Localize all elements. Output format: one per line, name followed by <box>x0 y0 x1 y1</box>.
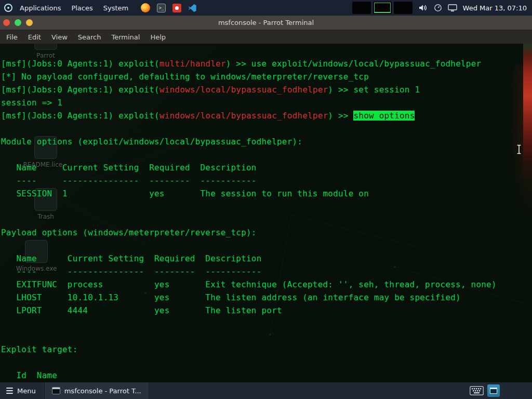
terminal-line: Id Name <box>1 369 532 382</box>
terminal-line: LHOST 10.10.1.13 yes The listen address … <box>1 291 532 304</box>
terminal-line <box>1 122 532 135</box>
terminal-line: [msf](Jobs:0 Agents:1) exploit(multi/han… <box>1 57 532 70</box>
taskbar: Menu msfconsole - Parrot T... <box>0 382 532 399</box>
terminal-window-icon <box>52 387 60 394</box>
launcher-icons: >_ <box>141 3 197 12</box>
terminal-line: ---- --------------- -------- ----------… <box>1 265 532 278</box>
taskbar-menu-label: Menu <box>17 387 36 395</box>
terminal-line: EXITFUNC process yes Exit technique (Acc… <box>1 278 532 291</box>
screenshot-icon[interactable] <box>172 4 181 12</box>
parrot-logo-icon <box>4 4 12 12</box>
workspace-switcher[interactable] <box>352 2 413 14</box>
terminal-line: [msf](Jobs:0 Agents:1) exploit(windows/l… <box>1 109 532 122</box>
window-titlebar[interactable]: msfconsole - Parrot Terminal <box>0 16 532 30</box>
keyboard-tray-icon[interactable] <box>470 386 484 395</box>
system-tray <box>470 384 500 397</box>
terminal-output[interactable]: [msf](Jobs:0 Agents:1) exploit(multi/han… <box>1 57 532 382</box>
terminal-line: Exploit target: <box>1 343 532 356</box>
text-cursor <box>516 144 522 154</box>
terminal-line <box>1 213 532 226</box>
menu-help[interactable]: Help <box>145 30 171 44</box>
workspace-3[interactable] <box>394 2 413 14</box>
taskbar-task-msfconsole[interactable]: msfconsole - Parrot T... <box>45 382 149 399</box>
terminal-line: Module options (exploit/windows/local/by… <box>1 135 532 148</box>
terminal-line <box>1 317 532 330</box>
applications-menu[interactable]: Applications <box>15 0 66 16</box>
menu-edit[interactable]: Edit <box>23 30 46 44</box>
workspace-2-active[interactable] <box>373 2 392 14</box>
menu-view[interactable]: View <box>46 30 73 44</box>
top-panel: Applications Places System >_ <box>0 0 532 16</box>
display-icon[interactable] <box>448 4 457 12</box>
vscode-icon[interactable] <box>188 4 197 12</box>
terminal-line <box>1 148 532 161</box>
terminal-tray-icon[interactable] <box>487 384 500 397</box>
terminal-launcher-icon[interactable]: >_ <box>157 4 166 12</box>
terminal-line <box>1 200 532 213</box>
menu-file[interactable]: File <box>1 30 23 44</box>
taskbar-task-label: msfconsole - Parrot T... <box>64 387 141 395</box>
terminal-line: ---- --------------- -------- ----------… <box>1 174 532 187</box>
window-title: msfconsole - Parrot Terminal <box>0 16 532 30</box>
system-menu[interactable]: System <box>98 0 134 16</box>
panel-clock[interactable]: Wed Mar 13, 07:10 <box>463 4 528 12</box>
terminal-line: [*] No payload configured, defaulting to… <box>1 70 532 83</box>
panel-right-cluster: Wed Mar 13, 07:10 <box>352 2 532 14</box>
places-menu[interactable]: Places <box>66 0 98 16</box>
workspace-1[interactable] <box>352 2 371 14</box>
terminal-line: Payload options (windows/meterpreter/rev… <box>1 226 532 239</box>
terminal-line: [msf](Jobs:0 Agents:1) exploit(windows/l… <box>1 83 532 96</box>
menu-terminal[interactable]: Terminal <box>106 30 145 44</box>
menu-search[interactable]: Search <box>73 30 107 44</box>
gauge-icon[interactable] <box>434 4 442 12</box>
terminal-line: session => 1 <box>1 96 532 109</box>
firefox-icon[interactable] <box>141 3 150 12</box>
volume-icon[interactable] <box>418 4 428 12</box>
terminal-line <box>1 356 532 369</box>
menu-icon <box>6 388 13 394</box>
terminal-line: Name Current Setting Required Descriptio… <box>1 161 532 174</box>
terminal-line: LPORT 4444 yes The listen port <box>1 304 532 317</box>
taskbar-menu-button[interactable]: Menu <box>0 382 44 399</box>
terminal-window[interactable]: ParrotREADME.lice...TrashWindows.exe [ms… <box>0 44 532 382</box>
terminal-line <box>1 239 532 252</box>
desktop: Applications Places System >_ <box>0 0 532 399</box>
terminal-line: Name Current Setting Required Descriptio… <box>1 252 532 265</box>
terminal-line: SESSION 1 yes The session to run this mo… <box>1 187 532 200</box>
terminal-line <box>1 330 532 343</box>
terminal-menubar: File Edit View Search Terminal Help <box>0 30 532 44</box>
